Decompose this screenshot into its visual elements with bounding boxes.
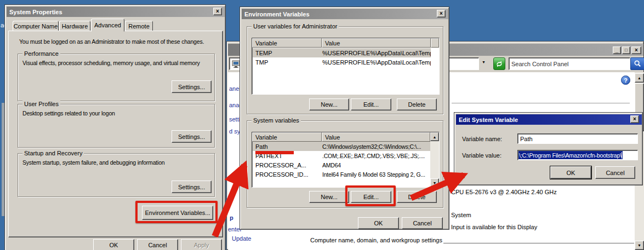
column-header-variable[interactable]: Variable — [252, 132, 322, 142]
annotation-underline-path — [255, 151, 294, 154]
tab-advanced[interactable]: Advanced — [91, 19, 124, 32]
ok-button[interactable]: OK — [93, 239, 134, 250]
startup-recovery-group: Startup and Recovery System startup, sys… — [18, 153, 215, 197]
table-row[interactable]: PROCESSOR_ID... Intel64 Family 6 Model 6… — [253, 170, 430, 179]
cancel-button[interactable]: Cancel — [595, 166, 635, 179]
close-icon[interactable]: × — [631, 46, 641, 54]
dialog-title: Environment Variables — [244, 11, 310, 18]
group-label: User variables for Administrator — [252, 23, 339, 30]
close-icon[interactable]: × — [437, 10, 446, 18]
environment-variables-dialog: Environment Variables × User variables f… — [240, 7, 449, 230]
group-label: Performance — [22, 50, 60, 57]
variable-value: C:\Windows\system32;C:\Windows;C:\... — [320, 143, 421, 150]
group-description: System startup, system failure, and debu… — [22, 159, 164, 166]
variable-value: Intel64 Family 6 Model 63 Stepping 2, G.… — [320, 171, 425, 178]
column-header-stub — [431, 38, 439, 48]
group-description: Desktop settings related to your logon — [22, 110, 115, 117]
variable-value: AMD64 — [320, 162, 341, 168]
system-new-button[interactable]: New... — [309, 191, 349, 203]
search-input[interactable] — [510, 59, 625, 68]
close-icon[interactable]: × — [630, 115, 639, 123]
dialog-title: Edit System Variable — [459, 117, 518, 123]
variable-name: TEMP — [253, 50, 320, 56]
scroll-down-icon[interactable]: ▼ — [430, 178, 439, 187]
annotation-box-edit-button — [345, 185, 396, 206]
column-header-value[interactable]: Value — [322, 132, 430, 142]
scroll-down-icon[interactable]: ▼ — [635, 241, 644, 250]
section-divider — [452, 103, 630, 103]
table-row[interactable]: Path C:\Windows\system32;C:\Windows;C:\.… — [253, 142, 430, 151]
performance-group: Performance Visual effects, processor sc… — [18, 54, 215, 101]
group-label: System variables — [252, 117, 301, 124]
system-section-text: System — [451, 212, 471, 218]
apply-button: Apply — [181, 239, 222, 250]
user-delete-button[interactable]: Delete — [397, 98, 437, 111]
display-info-text: Input is available for this Display — [451, 224, 537, 230]
scroll-up-icon[interactable]: ▲ — [430, 132, 439, 141]
cancel-button[interactable]: Cancel — [137, 239, 178, 250]
help-icon[interactable]: ? — [621, 75, 630, 85]
table-row[interactable]: TEMP %USERPROFILE%\AppData\Local\Temp — [253, 48, 431, 57]
desktop: ad _ □ × ▼ — [0, 0, 644, 250]
cpu-info-text: CPU E5-2676 v3 @ 2.40GHz 2.40 GHz — [451, 189, 557, 195]
scroll-up-icon[interactable]: ▲ — [635, 73, 644, 83]
table-row[interactable]: PROCESSOR_A... AMD64 — [253, 160, 430, 170]
variable-name: Path — [253, 143, 320, 150]
user-edit-button[interactable]: Edit... — [351, 98, 391, 111]
user-variables-group: User variables for Administrator Variabl… — [247, 26, 443, 114]
system-variables-table[interactable]: Variable Value Path C:\Windows\system32;… — [252, 132, 440, 188]
cancel-button[interactable]: Cancel — [402, 217, 443, 229]
variable-value: %USERPROFILE%\AppData\Local\Temp — [320, 59, 431, 66]
table-row[interactable]: TMP %USERPROFILE%\AppData\Local\Temp — [253, 57, 431, 67]
admin-notice-text: You must be logged on as an Administrato… — [19, 38, 204, 45]
variable-value-input[interactable]: \;C:\Program Files\Amazon\cfn-bootstrap\ — [517, 150, 638, 160]
address-dropdown-icon[interactable]: ▼ — [482, 60, 486, 64]
user-profiles-group: User Profiles Desktop settings related t… — [18, 104, 215, 148]
group-label: Startup and Recovery — [22, 150, 84, 156]
sidebar-link-fragment[interactable]: anel — [229, 85, 241, 92]
variable-name-field[interactable] — [519, 135, 635, 143]
maximize-button[interactable]: □ — [622, 46, 630, 54]
user-new-button[interactable]: New... — [309, 98, 349, 111]
system-delete-button[interactable]: Delete — [397, 191, 437, 203]
variable-name: PROCESSOR_A... — [253, 162, 320, 168]
ok-button[interactable]: OK — [358, 217, 399, 229]
startup-recovery-settings-button[interactable]: Settings... — [172, 181, 212, 193]
search-box[interactable] — [509, 57, 630, 70]
ok-button[interactable]: OK — [550, 166, 591, 179]
minimize-button[interactable]: _ — [613, 46, 621, 54]
column-header-value[interactable]: Value — [322, 38, 431, 48]
performance-settings-button[interactable]: Settings... — [172, 80, 212, 93]
edit-system-variable-titlebar: Edit System Variable — [456, 114, 642, 125]
variable-value-label: Variable value: — [462, 152, 501, 159]
search-icon[interactable] — [630, 57, 644, 70]
dialog-title: System Properties — [9, 9, 62, 15]
text-caret — [622, 152, 622, 159]
environment-variables-titlebar: Environment Variables — [242, 9, 448, 19]
variable-value: %USERPROFILE%\AppData\Local\Temp — [320, 50, 431, 56]
selected-value-text: \;C:\Program Files\Amazon\cfn-bootstrap\ — [518, 151, 623, 159]
annotation-box-environment-variables — [135, 201, 218, 223]
variable-value: .COM;.EXE;.BAT;.CMD;.VBS;.VBE;.JS;.... — [320, 153, 425, 159]
edit-system-variable-dialog: Edit System Variable × Variable name: Va… — [454, 112, 643, 185]
variable-name-label: Variable name: — [462, 136, 502, 142]
sidebar-link-fragment[interactable]: Update — [232, 235, 251, 242]
table-scrollbar[interactable]: ▲ ▼ — [430, 132, 439, 187]
group-label: User Profiles — [22, 101, 60, 107]
tab-hardware[interactable]: Hardware — [59, 21, 90, 31]
tab-computer-name[interactable]: Computer Name — [13, 21, 59, 31]
user-variables-table[interactable]: Variable Value TEMP %USERPROFILE%\AppDat… — [252, 38, 440, 95]
workgroup-settings-text: Computer name, domain, and workgroup set… — [310, 237, 442, 243]
group-description: Visual effects, processor scheduling, me… — [22, 60, 200, 66]
refresh-icon[interactable] — [493, 57, 505, 70]
user-profiles-settings-button[interactable]: Settings... — [172, 130, 212, 143]
variable-name-input[interactable] — [517, 133, 638, 144]
system-properties-titlebar: System Properties — [7, 7, 225, 17]
variable-name: PROCESSOR_ID... — [253, 171, 320, 178]
close-icon[interactable]: × — [213, 8, 222, 15]
sidebar-link-fragment: p — [230, 214, 233, 221]
section-divider — [443, 243, 634, 243]
column-header-variable[interactable]: Variable — [252, 38, 322, 48]
tab-remote[interactable]: Remote — [125, 21, 153, 31]
variable-name: TMP — [253, 59, 320, 66]
